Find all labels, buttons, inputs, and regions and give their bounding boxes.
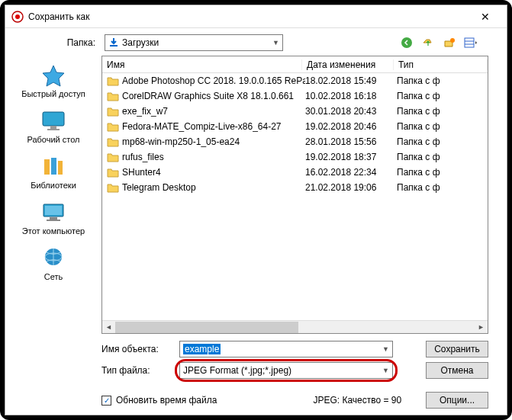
update-time-checkbox[interactable]: ✓ [101,396,111,406]
file-type: Папка с ф [397,121,488,132]
save-button[interactable]: Сохранить [426,341,488,357]
file-row[interactable]: Fedora-MATE_Compiz-Live-x86_64-2719.02.2… [102,119,488,134]
file-name: Adobe Photoshop CC 2018. 19.0.0.165 RePa… [122,75,305,86]
jpeg-quality-label: JPEG: Качество = 90 [313,395,401,406]
file-type: Папка с ф [397,106,488,117]
file-name: rufus_files [122,152,305,162]
file-name: CorelDRAW Graphics Suite X8 18.1.0.661 [122,91,305,101]
svg-rect-8 [43,112,64,126]
folder-combo[interactable]: Загрузки ▼ [105,34,283,51]
folder-row: Папка: Загрузки ▼ [5,28,507,56]
file-row[interactable]: Telegram Desktop21.02.2018 19:06Папка с … [102,180,488,195]
star-icon [40,63,67,88]
sidebar-item-desktop[interactable]: Рабочий стол [5,104,101,149]
filename-label: Имя объекта: [101,344,173,354]
folder-icon [107,152,119,162]
folder-icon [107,75,119,86]
window-title: Сохранить как [28,11,470,22]
file-name: Fedora-MATE_Compiz-Live-x86_64-27 [122,121,305,132]
file-row[interactable]: SHunter416.02.2018 22:34Папка с ф [102,165,488,180]
file-date: 30.01.2018 20:43 [305,106,397,117]
options-button[interactable]: Опции... [426,392,488,409]
folder-icon [107,91,119,101]
scroll-left-button[interactable]: ◄ [102,321,115,334]
file-type: Папка с ф [397,136,488,147]
file-type: Папка с ф [397,167,488,178]
cancel-button[interactable]: Отмена [426,362,488,379]
file-date: 10.02.2018 16:18 [305,91,397,101]
filename-input[interactable]: example ▼ [179,341,393,357]
chevron-down-icon: ▼ [382,345,389,353]
app-icon [11,11,24,23]
svg-rect-16 [50,217,57,220]
file-type: Папка с ф [397,91,488,101]
column-date[interactable]: Дата изменения [302,59,394,70]
file-date: 21.02.2018 19:06 [305,182,397,193]
file-list-pane: Имя Дата изменения Тип Adobe Photoshop C… [101,56,488,334]
folder-icon [107,121,119,132]
filetype-label: Тип файла: [101,365,173,376]
svg-rect-5 [465,38,474,47]
folder-icon [107,167,119,178]
svg-point-4 [450,38,455,43]
svg-rect-9 [50,126,56,129]
folder-label: Папка: [14,37,100,48]
folder-name: Загрузки [122,37,272,48]
column-name[interactable]: Имя [102,59,302,70]
file-date: 28.01.2018 15:56 [305,136,397,147]
svg-rect-2 [110,45,118,46]
desktop-icon [40,109,67,133]
file-row[interactable]: CorelDRAW Graphics Suite X8 18.1.0.66110… [102,88,488,104]
back-button[interactable] [398,35,415,50]
sidebar-item-computer[interactable]: Этот компьютер [5,196,101,240]
file-date: 16.02.2018 22:34 [305,167,397,178]
chevron-down-icon: ▼ [382,367,389,374]
file-type: Папка с ф [397,75,488,86]
scroll-thumb[interactable] [115,322,298,333]
sidebar-item-quick-access[interactable]: Быстрый доступ [5,59,101,103]
nav-toolbar [398,35,479,50]
svg-point-1 [15,14,20,19]
column-type[interactable]: Тип [394,59,488,70]
file-row[interactable]: Adobe Photoshop CC 2018. 19.0.0.165 RePa… [102,73,488,88]
file-list[interactable]: Adobe Photoshop CC 2018. 19.0.0.165 RePa… [102,73,488,320]
svg-rect-11 [44,159,50,175]
folder-icon [107,136,119,147]
file-name: Telegram Desktop [122,182,305,193]
horizontal-scrollbar[interactable]: ◄ ► [102,320,488,333]
chevron-down-icon: ▼ [272,39,279,46]
file-date: 18.02.2018 15:49 [305,75,397,86]
file-row[interactable]: mp68-win-mp250-1_05-ea2428.01.2018 15:56… [102,134,488,149]
sidebar-item-libraries[interactable]: Библиотеки [5,150,101,194]
file-row[interactable]: exe_fix_w730.01.2018 20:43Папка с ф [102,104,488,119]
libraries-icon [40,155,67,179]
file-list-header: Имя Дата изменения Тип [102,56,488,73]
file-name: SHunter4 [122,167,305,178]
up-button[interactable] [420,35,436,50]
folder-icon [107,182,119,193]
filetype-combo[interactable]: JPEG Format (*.jpg;*.jpeg) ▼ [179,362,393,379]
file-name: mp68-win-mp250-1_05-ea24 [122,136,305,147]
folder-icon [107,106,119,117]
view-menu-button[interactable] [462,35,479,50]
svg-rect-17 [47,220,60,221]
downloads-icon [108,37,119,48]
file-type: Папка с ф [397,152,488,162]
scroll-right-button[interactable]: ► [475,321,488,334]
file-name: exe_fix_w7 [122,106,305,117]
network-icon [40,246,67,271]
svg-rect-15 [45,206,62,215]
form-area: Имя объекта: example ▼ Сохранить Тип фай… [5,334,507,389]
close-button[interactable]: ✕ [470,6,501,27]
file-date: 19.02.2018 18:37 [305,152,397,162]
file-date: 19.02.2018 20:46 [305,121,397,132]
svg-rect-12 [51,158,56,175]
update-time-label: Обновить время файла [116,395,217,406]
save-as-dialog: Сохранить как ✕ Папка: Загрузки ▼ Быстры… [5,5,507,415]
svg-rect-10 [47,129,60,130]
new-folder-button[interactable] [441,35,458,50]
file-row[interactable]: rufus_files19.02.2018 18:37Папка с ф [102,149,488,165]
sidebar-item-network[interactable]: Сеть [5,242,101,286]
svg-rect-13 [58,161,63,175]
computer-icon [40,200,67,225]
